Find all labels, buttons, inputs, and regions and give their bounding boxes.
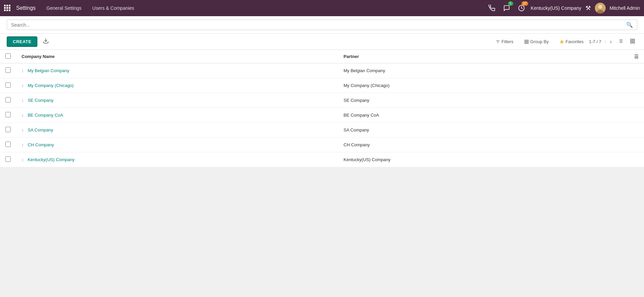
col-header-partner: Partner [338, 50, 629, 63]
main-content: Company Name Partner ☰ ↕ My Belgian Comp… [0, 50, 644, 167]
search-input[interactable] [11, 22, 626, 28]
row-checkbox[interactable] [5, 97, 11, 102]
nav-users-companies[interactable]: Users & Companies [90, 4, 137, 12]
search-icon[interactable]: 🔍 [626, 22, 633, 28]
company-name-link[interactable]: My Company (Chicago) [28, 83, 74, 88]
nav-company-name: Kentucky(US) Company [531, 5, 581, 11]
drag-handle-icon[interactable]: ↕ [22, 83, 24, 88]
select-all-header [0, 50, 16, 63]
content-area [0, 167, 644, 297]
import-button[interactable] [40, 36, 52, 47]
company-name-link[interactable]: SE Company [28, 98, 54, 103]
list-view-button[interactable] [616, 37, 625, 47]
row-checkbox[interactable] [5, 82, 11, 88]
drag-handle-icon[interactable]: ↕ [22, 142, 24, 147]
filters-label: Filters [502, 39, 513, 44]
svg-rect-11 [527, 42, 528, 43]
toolbar-filters: Filters Group By Favorites [493, 38, 586, 46]
drag-handle-icon[interactable]: ↕ [22, 98, 24, 103]
phone-icon-btn[interactable] [486, 3, 497, 13]
row-checkbox[interactable] [5, 112, 11, 117]
svg-rect-10 [525, 42, 526, 43]
partner-cell: Kentucky(US) Company [338, 152, 629, 167]
table-row: ↕ CH Company CH Company [0, 138, 644, 152]
clock-badge: 37 [521, 1, 528, 6]
user-name: Mitchell Admin [610, 5, 640, 11]
table-row: ↕ My Belgian Company My Belgian Company [0, 63, 644, 78]
app-title: Settings [16, 5, 36, 11]
create-button[interactable]: CREATE [7, 36, 37, 47]
kanban-view-button[interactable] [628, 37, 637, 47]
svg-rect-19 [631, 39, 632, 41]
apps-grid-icon[interactable] [4, 5, 11, 11]
svg-rect-21 [631, 41, 632, 43]
table-row: ↕ SA Company SA Company [0, 123, 644, 138]
table-row: ↕ Kentucky(US) Company Kentucky(US) Comp… [0, 152, 644, 167]
partner-cell: My Belgian Company [338, 63, 629, 78]
svg-rect-8 [525, 40, 526, 41]
table-row: ↕ SE Company SE Company [0, 93, 644, 108]
partner-cell: SA Company [338, 123, 629, 138]
company-name-link[interactable]: My Belgian Company [28, 68, 69, 73]
drag-handle-icon[interactable]: ↕ [22, 113, 24, 118]
user-avatar[interactable] [595, 3, 606, 13]
company-name-link[interactable]: BE Company CoA [28, 113, 63, 118]
pagination-next[interactable]: › [609, 38, 613, 46]
company-name-link[interactable]: Kentucky(US) Company [28, 157, 74, 162]
search-row: 🔍 [0, 16, 644, 34]
favorites-label: Favorites [566, 39, 583, 44]
col-header-company-name: Company Name [16, 50, 338, 63]
pagination: 1-7 / 7 ‹ › [589, 38, 613, 46]
table-row: ↕ BE Company CoA BE Company CoA [0, 108, 644, 123]
row-checkbox[interactable] [5, 142, 11, 147]
drag-handle-icon[interactable]: ↕ [22, 127, 24, 132]
nav-general-settings[interactable]: General Settings [44, 4, 84, 12]
filters-button[interactable]: Filters [493, 38, 516, 46]
svg-point-2 [598, 5, 602, 9]
group-by-button[interactable]: Group By [521, 38, 551, 46]
wrench-icon[interactable]: ⚒ [585, 4, 591, 12]
chat-badge: 5 [508, 1, 513, 6]
column-settings-icon[interactable]: ☰ [634, 54, 639, 59]
top-nav: Settings General Settings Users & Compan… [0, 0, 644, 16]
svg-rect-22 [633, 41, 635, 43]
companies-table: Company Name Partner ☰ ↕ My Belgian Comp… [0, 50, 644, 167]
table-row: ↕ My Company (Chicago) My Company (Chica… [0, 78, 644, 93]
clock-icon-btn[interactable]: 37 [516, 3, 527, 13]
drag-handle-icon[interactable]: ↕ [22, 68, 24, 73]
row-checkbox[interactable] [5, 67, 11, 73]
chat-icon-btn[interactable]: 5 [501, 3, 512, 13]
row-checkbox[interactable] [5, 127, 11, 132]
svg-rect-20 [633, 39, 635, 41]
partner-cell: SE Company [338, 93, 629, 108]
drag-handle-icon[interactable]: ↕ [22, 157, 24, 162]
select-all-checkbox[interactable] [5, 53, 11, 59]
svg-rect-9 [527, 40, 528, 41]
pagination-prev[interactable]: ‹ [603, 38, 607, 46]
col-header-extra: ☰ [629, 50, 644, 63]
svg-marker-12 [560, 40, 564, 43]
partner-cell: My Company (Chicago) [338, 78, 629, 93]
partner-cell: CH Company [338, 138, 629, 152]
group-by-label: Group By [530, 39, 549, 44]
company-name-link[interactable]: CH Company [28, 142, 54, 147]
company-name-link[interactable]: SA Company [28, 127, 53, 132]
toolbar: CREATE Filters Group By Favorites 1-7 / … [0, 34, 644, 50]
partner-cell: BE Company CoA [338, 108, 629, 123]
nav-right-area: 5 37 Kentucky(US) Company ⚒ Mitchell Adm… [486, 3, 640, 13]
favorites-button[interactable]: Favorites [557, 38, 586, 46]
pagination-text: 1-7 / 7 [589, 39, 601, 44]
row-checkbox[interactable] [5, 156, 11, 162]
